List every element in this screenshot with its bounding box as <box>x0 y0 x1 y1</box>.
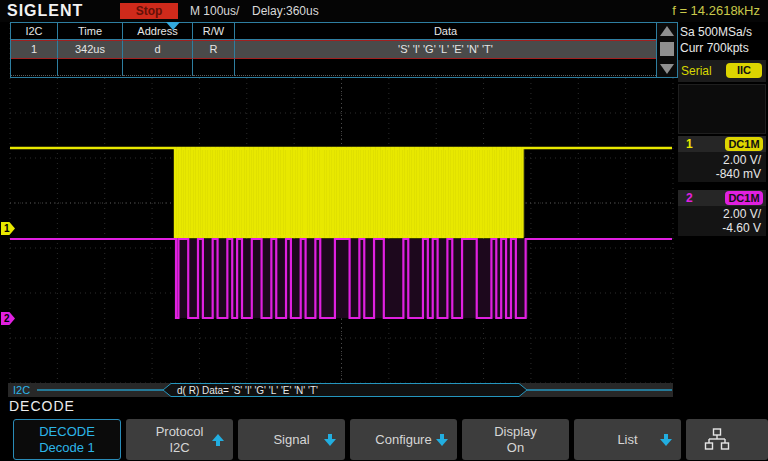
table-header-data: Data <box>235 23 656 40</box>
serial-mode-badge: IIC <box>726 63 762 78</box>
bus-label: I2C <box>13 384 30 396</box>
table-header-rw: R/W <box>193 23 235 40</box>
table-header-address: Address <box>123 23 193 40</box>
softkey-signal[interactable]: Signal <box>238 419 345 460</box>
softkey-display-label: Display <box>494 424 537 440</box>
decode-event-table: I2C Time Address R/W Data 1 342us d R 'S… <box>10 22 678 78</box>
softkey-configure-label: Configure <box>375 432 431 448</box>
info-panel-placeholder <box>678 84 766 134</box>
brand-logo: SIGLENT <box>7 2 83 20</box>
channel2-offset-readout: -4.60 V <box>722 221 761 235</box>
softkey-menu-bar: DECODE Decode 1 Protocol I2C Signal Conf… <box>0 417 768 461</box>
down-arrow-icon <box>324 434 336 446</box>
table-scrollbar[interactable] <box>656 23 677 77</box>
table-cell-index[interactable]: 1 <box>11 40 58 59</box>
sample-rate-readout: Sa 500MSa/s <box>680 25 752 39</box>
softkey-protocol-value: I2C <box>169 440 189 456</box>
channel1-coupling-badge: DC1M <box>725 137 763 151</box>
table-empty-cell <box>193 59 235 76</box>
softkey-display[interactable]: Display On <box>462 419 569 460</box>
softkey-protocol[interactable]: Protocol I2C <box>126 419 233 460</box>
softkey-list-label: List <box>617 432 637 448</box>
channel2-number: 2 <box>686 191 693 205</box>
table-empty-cell <box>58 59 123 76</box>
down-arrow-icon <box>660 434 672 446</box>
network-lan-icon <box>704 428 730 452</box>
frequency-counter-readout: f = 14.2618kHz <box>672 3 760 18</box>
down-arrow-icon <box>436 434 448 446</box>
softkey-decode[interactable]: DECODE Decode 1 <box>13 419 121 460</box>
channel1-scale-readout: 2.00 V/ <box>723 153 761 167</box>
scroll-down-icon[interactable] <box>660 64 674 74</box>
bus-decoded-text: d( R) Data= 'S' 'I' 'G' 'L' 'E' 'N' 'T' <box>177 385 318 396</box>
table-cell-time[interactable]: 342us <box>58 40 123 59</box>
softkey-configure[interactable]: Configure <box>350 419 457 460</box>
trigger-position-marker-icon[interactable] <box>166 22 180 30</box>
softkey-decode-sublabel: Decode 1 <box>39 440 95 456</box>
decode-bus-lane: I2C d( R) Data= 'S' 'I' 'G' 'L' 'E' 'N' … <box>0 382 768 398</box>
table-header-i2c: I2C <box>11 23 58 40</box>
softkey-network[interactable] <box>686 419 768 460</box>
table-cell-rw[interactable]: R <box>193 40 235 59</box>
menu-section-title: DECODE <box>9 398 75 414</box>
table-empty-cell <box>235 59 656 76</box>
channel1-number: 1 <box>686 137 693 151</box>
right-info-panel: Sa 500MSa/s Curr 700kpts Serial IIC 1 DC… <box>676 22 768 383</box>
top-status-bar: SIGLENT Stop M 100us/ Delay:360us f = 14… <box>0 0 768 22</box>
waveform-display-area: 1 2 I2C Time Address R/W Data 1 342us d … <box>0 22 768 383</box>
softkey-decode-label: DECODE <box>39 424 95 440</box>
softkey-protocol-label: Protocol <box>156 424 204 440</box>
trigger-delay-readout: Delay:360us <box>252 4 319 18</box>
oscilloscope-screen: { "top_bar": { "brand": "SIGLENT", "run_… <box>0 0 768 461</box>
timebase-readout: M 100us/ <box>190 4 239 18</box>
serial-decode-status[interactable]: Serial IIC <box>678 60 766 82</box>
table-header-time: Time <box>58 23 123 40</box>
table-empty-cell <box>11 59 58 76</box>
serial-label: Serial <box>681 64 712 78</box>
table-empty-cell <box>123 59 193 76</box>
scroll-up-icon[interactable] <box>660 26 674 36</box>
channel2-info-box[interactable]: 2 DC1M 2.00 V/ -4.60 V <box>678 190 766 236</box>
channel1-offset-readout: -840 mV <box>716 167 761 181</box>
table-cell-data[interactable]: 'S' 'I' 'G' 'L' 'E' 'N' 'T' <box>235 40 656 59</box>
channel2-scale-readout: 2.00 V/ <box>723 207 761 221</box>
memory-depth-readout: Curr 700kpts <box>680 41 749 55</box>
softkey-list[interactable]: List <box>574 419 681 460</box>
table-cell-address[interactable]: d <box>123 40 193 59</box>
channel2-coupling-badge: DC1M <box>725 191 763 205</box>
up-arrow-icon <box>212 434 224 446</box>
scrollbar-thumb[interactable] <box>660 42 674 56</box>
channel1-info-box[interactable]: 1 DC1M 2.00 V/ -840 mV <box>678 136 766 182</box>
softkey-display-value: On <box>507 440 524 456</box>
softkey-signal-label: Signal <box>273 432 309 448</box>
acquisition-state-badge: Stop <box>120 3 178 19</box>
